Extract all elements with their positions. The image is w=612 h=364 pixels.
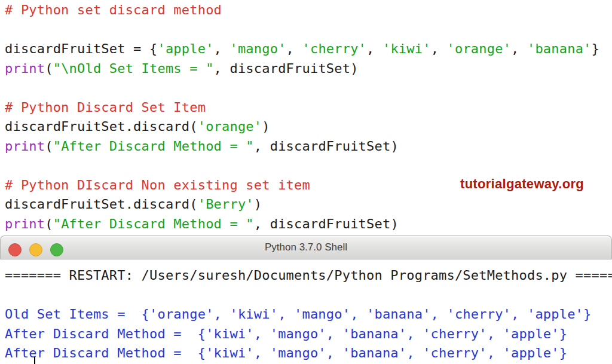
window-title: Python 3.7.0 Shell [1, 236, 611, 259]
code-line: print("After Discard Method = ", discard… [5, 137, 599, 157]
shell-output-pane[interactable]: ======= RESTART: /Users/suresh/Documents… [0, 260, 612, 364]
watermark-text: tutorialgateway.org [460, 176, 584, 192]
shell-window-titlebar[interactable]: Python 3.7.0 Shell [0, 235, 612, 259]
code-line [5, 78, 599, 98]
shell-output: ======= RESTART: /Users/suresh/Documents… [5, 266, 612, 363]
screenshot-root: # Python set discard method discardFruit… [0, 0, 612, 364]
code-line [5, 286, 612, 305]
code-line: After Discard Method = {'kiwi', 'mango',… [5, 325, 612, 344]
code-line: print("\nOld Set Items = ", discardFruit… [5, 59, 599, 79]
code-line [5, 156, 599, 176]
code-line: After Discard Method = {'kiwi', 'mango',… [5, 344, 612, 363]
code-line: Old Set Items = {'orange', 'kiwi', 'mang… [5, 305, 612, 325]
code-line: ======= RESTART: /Users/suresh/Documents… [5, 266, 612, 286]
code-line: discardFruitSet = {'apple', 'mango', 'ch… [5, 39, 599, 59]
editor-pane[interactable]: # Python set discard method discardFruit… [0, 0, 612, 235]
editor-code: # Python set discard method discardFruit… [5, 1, 599, 234]
code-line: # Python Discard Set Item [5, 98, 599, 118]
text-cursor [34, 357, 35, 364]
code-line: print("After Discard Method = ", discard… [5, 215, 599, 234]
code-line: discardFruitSet.discard('orange') [5, 117, 599, 137]
code-line [5, 20, 599, 40]
code-line: # Python set discard method [5, 1, 599, 20]
code-line: discardFruitSet.discard('Berry') [5, 195, 599, 215]
